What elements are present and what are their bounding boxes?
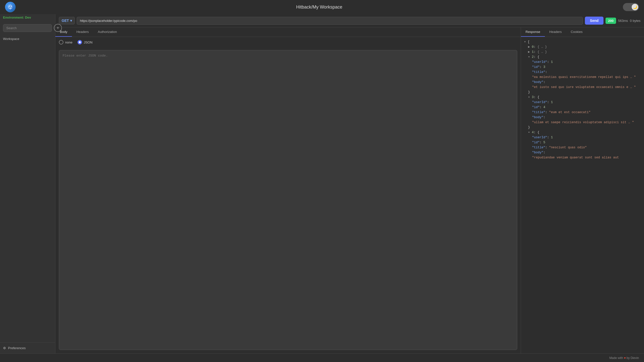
radio-none[interactable]: none xyxy=(59,40,72,44)
radio-json[interactable]: JSON xyxy=(77,40,93,44)
gear-icon: ⚙ xyxy=(3,346,6,350)
radio-json-label: JSON xyxy=(84,40,93,44)
request-tabs: Body Headers Authorization xyxy=(55,27,521,37)
json-editor[interactable] xyxy=(59,50,517,350)
tab-authorization[interactable]: Authorization xyxy=(93,27,122,37)
method-label: GET xyxy=(62,19,69,23)
tab-body[interactable]: Body xyxy=(55,27,72,37)
tab-headers[interactable]: Headers xyxy=(72,27,93,37)
json-root-open: ▾ [ xyxy=(524,39,641,44)
theme-knob: 🌙 xyxy=(632,4,638,10)
main-layout: Environment: Dev + Workspace ⚙ Preferenc… xyxy=(0,14,644,353)
app-logo xyxy=(5,2,16,12)
tab-response-headers[interactable]: Headers xyxy=(545,27,566,37)
footer-made-with: Made with xyxy=(609,356,623,360)
workspace-label: Workspace xyxy=(0,35,55,43)
preferences-label: Preferences xyxy=(8,346,26,350)
logo-area xyxy=(5,2,16,12)
send-button[interactable]: Send xyxy=(585,17,603,25)
env-bar: Environment: Dev xyxy=(0,14,55,21)
center-panel: GET ▾ Send 200 563ms 0 bytes Body Header… xyxy=(55,14,644,353)
json-editor-wrap xyxy=(55,50,521,353)
request-panel: Body Headers Authorization none JSON xyxy=(55,27,521,353)
bottom-bar: Made with ♥ by Dievin xyxy=(0,353,644,362)
tab-response[interactable]: Response xyxy=(521,27,545,37)
url-input[interactable] xyxy=(77,17,583,25)
radio-none-circle xyxy=(59,40,63,44)
status-badge: 200 xyxy=(606,18,616,24)
response-tabs: Response Headers Cookies xyxy=(521,27,644,37)
header: Hitback/My Workspace 🌙 xyxy=(0,0,644,14)
preferences-button[interactable]: ⚙ Preferences xyxy=(0,342,55,353)
env-label: Environment: xyxy=(3,16,24,19)
method-chevron-icon: ▾ xyxy=(70,19,72,23)
response-panel: Response Headers Cookies ▾ [ ▶ 0: { … } … xyxy=(521,27,644,353)
method-select[interactable]: GET ▾ xyxy=(59,17,75,24)
response-content[interactable]: ▾ [ ▶ 0: { … } ▶ 1: { … } ▾ 2: { "userId… xyxy=(521,37,644,353)
radio-none-label: none xyxy=(65,40,72,44)
json-item-1: ▶ 1: { … } xyxy=(528,50,641,55)
timing-label: 563ms xyxy=(618,19,628,23)
size-label: 0 bytes xyxy=(630,19,640,23)
sidebar: Environment: Dev + Workspace ⚙ Preferenc… xyxy=(0,14,55,353)
sidebar-search-area: + xyxy=(0,21,55,35)
theme-toggle[interactable]: 🌙 xyxy=(623,3,639,11)
json-item-2: ▾ 2: { "userId": 1 "id": 3 "title": "ea … xyxy=(528,55,641,95)
env-value: Dev xyxy=(25,16,31,19)
body-type-group: none JSON xyxy=(59,40,517,44)
panels: Body Headers Authorization none JSON xyxy=(55,27,644,353)
footer-by: by Dievin xyxy=(627,356,639,360)
radio-json-circle xyxy=(77,40,82,44)
heart-icon: ♥ xyxy=(624,356,626,360)
url-bar: GET ▾ Send 200 563ms 0 bytes xyxy=(55,14,644,27)
json-item-3: ▾ 3: { "userId": 1 "id": 4 "title": "eum… xyxy=(528,95,641,130)
page-title: Hitback/My Workspace xyxy=(296,5,342,10)
made-with-text: Made with ♥ by Dievin xyxy=(609,356,639,360)
body-area: none JSON xyxy=(55,37,521,50)
json-item-0: ▶ 0: { … } xyxy=(528,44,641,50)
tab-cookies[interactable]: Cookies xyxy=(566,27,587,37)
json-item-4: ▾ 4: { "userId": 1 "id": 5 "title": "nes… xyxy=(528,130,641,160)
search-input[interactable] xyxy=(3,24,52,32)
